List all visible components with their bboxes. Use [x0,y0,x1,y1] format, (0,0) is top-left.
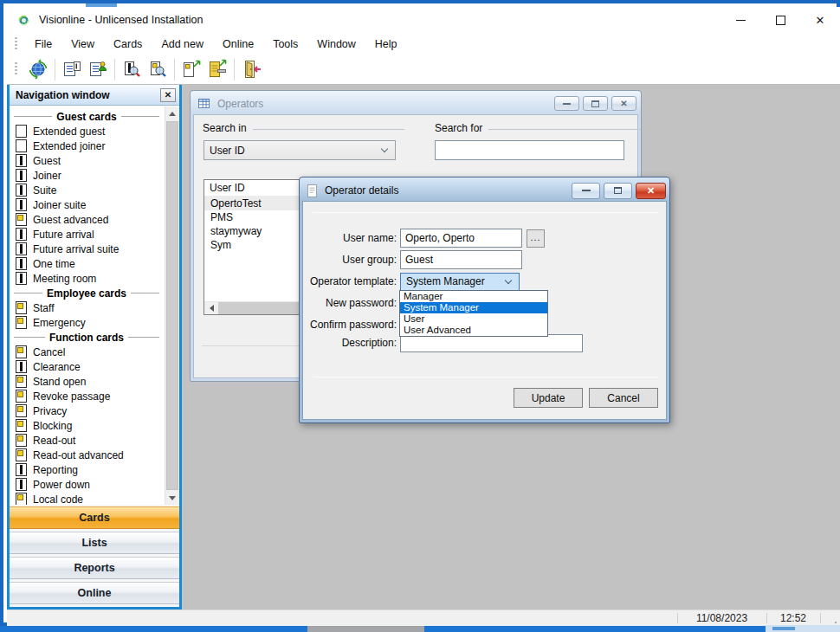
close-icon[interactable]: ✕ [636,183,666,199]
cancel-button[interactable]: Cancel [589,388,658,408]
nav-list-item[interactable]: Revoke passage [10,389,164,403]
nav-list-item[interactable]: Cancel [10,345,164,359]
vertical-scrollbar[interactable] [165,106,179,505]
nav-list-item[interactable]: Read-out advanced [10,448,164,462]
nav-list-item[interactable]: Guest advanced [10,212,164,227]
search-in-label: Search in [203,122,247,134]
minimize-icon[interactable] [572,183,600,199]
nav-list-item[interactable]: Future arrival suite [10,242,164,256]
search-for-input[interactable] [435,140,624,160]
resize-grip-handle[interactable] [835,622,837,623]
status-divider [820,613,821,623]
nav-list-item[interactable]: Blocking [10,418,164,433]
nav-list-item[interactable]: Future arrival [10,227,164,242]
nav-tab-button[interactable]: Reports [10,557,179,579]
card-list-icon[interactable] [59,57,85,81]
scroll-up-icon[interactable] [165,106,179,120]
dialog-window-controls: ✕ [568,183,666,199]
maximize-icon[interactable] [583,96,608,111]
nav-list-item[interactable]: Local code [10,492,164,505]
menu-item[interactable]: Tools [263,35,307,54]
minimize-icon[interactable] [554,96,579,111]
nav-list-item[interactable]: Joiner suite [10,197,164,212]
maximize-icon[interactable] [604,183,632,199]
scroll-down-icon[interactable] [165,491,179,505]
close-icon[interactable]: ✕ [800,7,840,33]
menu-item[interactable]: Window [307,35,365,54]
user-group-input[interactable] [400,250,522,269]
nav-list-item[interactable]: Staff [10,300,164,315]
operator-details-dialog: Operator details ✕ User name: ... User g… [299,177,670,423]
toolbar-grip-handle[interactable] [15,62,17,76]
chevron-down-icon [381,145,388,152]
dropdown-option[interactable]: User [400,313,547,325]
search-for-label: Search for [435,122,482,134]
visionline-window: Visionline - Unlicensed Installation ✕ F… [0,0,840,626]
operator-list-icon[interactable] [85,57,111,81]
nav-item-label: Revoke passage [33,390,110,403]
nav-tab-button[interactable]: Lists [10,532,179,554]
nav-list-item[interactable]: Guest [10,153,164,168]
navigation-window: Navigation window ✕ Guest cards Extended… [7,85,182,609]
menu-item[interactable]: Cards [104,35,152,54]
nav-item-label: Function cards [49,332,124,344]
nav-list-item: Employee cards [10,286,164,300]
nav-list-item: Function cards [10,330,164,345]
door-exit-icon[interactable] [238,57,264,81]
dialog-title-bar[interactable]: Operator details ✕ [302,180,667,201]
nav-list-item[interactable]: Suite [10,183,164,197]
card-type-icon [16,198,27,211]
nav-tab-button[interactable]: Cards [10,506,179,529]
operator-template-dropdown: Manager System Manager User User Advance… [399,290,548,337]
nav-list-item[interactable]: Extended joiner [10,139,164,153]
nav-item-label: Joiner suite [33,199,86,211]
nav-list-item[interactable]: Meeting room [10,271,164,286]
scrollbar-thumb[interactable] [166,121,178,490]
navigation-close-icon[interactable]: ✕ [160,88,176,102]
nav-list-item[interactable]: Power down [10,477,164,492]
card-search-icon[interactable] [119,57,145,81]
update-button[interactable]: Update [514,388,583,408]
card-search-advanced-icon[interactable] [145,57,171,81]
title-bar[interactable]: Visionline - Unlicensed Installation ✕ [7,7,840,33]
dropdown-option[interactable]: User Advanced [400,325,547,336]
nav-list-item[interactable]: Extended guest [10,124,164,139]
nav-list-item[interactable]: Clearance [10,359,164,374]
minimize-icon[interactable] [720,7,760,33]
operator-template-select[interactable]: System Manager [400,273,520,291]
nav-list-item[interactable]: One time [10,256,164,271]
dropdown-option[interactable]: System Manager [400,302,547,313]
nav-item-label: One time [33,258,75,270]
close-icon[interactable]: ✕ [611,96,636,111]
card-type-icon [16,316,27,329]
search-in-select[interactable]: User ID [204,140,396,160]
menu-item[interactable]: Add new [152,35,213,54]
nav-list-item[interactable]: Joiner [10,168,164,183]
window-title: Visionline - Unlicensed Installation [39,14,203,26]
issue-cards-icon[interactable] [204,57,230,81]
toolbar-separator [234,59,235,81]
operators-title-bar[interactable]: Operators ✕ [193,94,638,113]
nav-list-item[interactable]: Read-out [10,433,164,448]
nav-list-item[interactable]: Privacy [10,403,164,418]
nav-tab-button[interactable]: Online [10,582,179,604]
nav-list-item[interactable]: Reporting [10,462,164,477]
menu-grip-handle[interactable] [15,37,17,51]
globe-online-icon[interactable] [25,57,51,81]
menu-item[interactable]: File [25,35,61,54]
navigation-title-bar[interactable]: Navigation window ✕ [10,85,179,106]
user-name-input[interactable] [400,229,522,248]
nav-item-label: Staff [33,302,54,314]
dropdown-option[interactable]: Manager [400,291,547,302]
status-date: 11/08/2023 [678,612,766,624]
menu-item[interactable]: View [61,35,104,54]
nav-list-item[interactable]: Stand open [10,374,164,389]
browse-button[interactable]: ... [527,229,545,248]
menu-item[interactable]: Help [365,35,407,54]
encode-card-icon[interactable] [178,57,204,81]
menu-item[interactable]: Online [213,35,263,54]
nav-list-item[interactable]: Emergency [10,315,164,330]
scroll-left-icon[interactable] [204,302,218,314]
nav-item-label: Employee cards [47,287,126,300]
maximize-icon[interactable] [760,7,800,33]
